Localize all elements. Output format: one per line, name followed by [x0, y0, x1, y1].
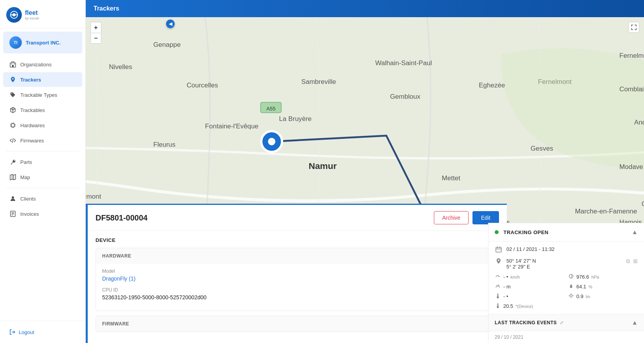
speed-unit: km/h: [511, 275, 520, 279]
zoom-out-button[interactable]: −: [90, 33, 101, 44]
humidity-unit: %: [589, 284, 593, 289]
svg-point-41: [268, 138, 275, 145]
svg-text:Namur: Namur: [309, 161, 337, 171]
tracker-id: DF5801-00004: [96, 213, 147, 222]
sidebar-item-firmwares[interactable]: Firmwares: [3, 133, 82, 148]
tracking-datetime: 02 / 11 / 2021 - 11:32: [506, 246, 555, 252]
copy-icon[interactable]: ⧉: [626, 258, 630, 265]
svg-text:Eghezée: Eghezée: [479, 82, 505, 89]
archive-button[interactable]: Archive: [434, 211, 469, 224]
svg-text:Fleurus: Fleurus: [153, 141, 175, 148]
metric-humidity: 64.1 %: [568, 283, 638, 290]
pressure-unit: hPa: [591, 275, 599, 279]
svg-text:Fernelmont: Fernelmont: [619, 52, 644, 59]
svg-text:Gembloux: Gembloux: [390, 93, 421, 100]
sidebar-item-label-firmwares: Firmwares: [20, 138, 44, 144]
sidebar-item-label-trackable-types: Trackable Types: [20, 92, 57, 98]
hardware-title: HARDWARE: [102, 253, 131, 259]
map-expand-button[interactable]: [628, 22, 639, 33]
tracking-datetime-row: 02 / 11 / 2021 - 11:32: [495, 246, 638, 254]
tracking-status-label: TRACKING OPEN: [503, 229, 548, 235]
sidebar-item-parts[interactable]: Parts: [3, 155, 82, 169]
temp-ext-value: - •: [503, 293, 508, 299]
humidity-value: 64.1: [577, 284, 586, 290]
hardware-header[interactable]: HARDWARE ▲: [96, 248, 499, 264]
sidebar-collapse-button[interactable]: ◀: [166, 20, 175, 28]
sidebar-item-map[interactable]: Map: [3, 170, 82, 185]
sidebar-footer: Logout: [0, 321, 85, 343]
map-container[interactable]: Charleroi Namur La Louvière Mons Philipp…: [86, 17, 644, 343]
temp-device-label: *(Device): [515, 304, 533, 309]
svg-rect-125: [497, 304, 498, 306]
wrench-icon: [9, 158, 16, 165]
org-selector[interactable]: TI Transport INC.: [3, 32, 82, 53]
external-link-icon: ⤢: [560, 320, 564, 325]
cpu-id-value: 52363120-1950-5000-8000-525720002d00: [102, 294, 492, 300]
tracking-status-header[interactable]: TRACKING OPEN ▲: [488, 223, 644, 242]
sidebar-item-trackable-types[interactable]: Trackable Types: [3, 87, 82, 102]
svg-text:Courcelles: Courcelles: [187, 82, 218, 89]
sidebar-item-trackables[interactable]: Trackables: [3, 103, 82, 117]
svg-text:Comblain-au-Pont: Comblain-au-Pont: [619, 85, 644, 93]
tracker-detail-panel: DF5801-00004 Archive Edit DEVICE HARDWAR…: [86, 204, 507, 343]
person-icon: [9, 195, 16, 202]
sidebar-item-invoices[interactable]: Invoices: [3, 206, 82, 221]
temp-device-value: 20.5: [503, 303, 513, 309]
light-unit: lm: [586, 294, 591, 299]
sidebar-item-trackers[interactable]: Trackers: [3, 72, 82, 87]
svg-line-17: [12, 138, 13, 143]
svg-text:Mettet: Mettet: [442, 174, 460, 182]
model-field: Model DragonFly (1): [102, 268, 492, 282]
metric-altitude: - m: [495, 283, 565, 290]
svg-rect-112: [496, 247, 501, 252]
tracking-body: 02 / 11 / 2021 - 11:32 50° 14' 27" N 5° …: [488, 242, 644, 314]
tracking-lng: 5° 2' 29" E: [506, 264, 536, 270]
invoice-icon: [9, 210, 16, 217]
nav-divider-2: [6, 188, 79, 188]
svg-text:Nivelles: Nivelles: [109, 63, 132, 71]
map-zoom-controls: + −: [90, 22, 101, 44]
sidebar-item-hardwares[interactable]: Hardwares: [3, 118, 82, 133]
tracking-collapse-icon: ▲: [632, 229, 638, 236]
sidebar-item-clients[interactable]: Clients: [3, 191, 82, 206]
svg-rect-5: [12, 65, 14, 67]
tracking-panel: TRACKING OPEN ▲ 02 / 11 / 2021 - 11:32: [488, 223, 644, 343]
tracking-location-row: 50° 14' 27" N 5° 2' 29" E ⧉ ⊞: [495, 258, 638, 270]
code-icon: [9, 137, 16, 144]
expand-map-icon[interactable]: ⊞: [633, 258, 638, 265]
tracker-actions: Archive Edit: [434, 211, 499, 224]
tracking-lat: 50° 14' 27" N: [506, 258, 536, 264]
sidebar-item-organizations[interactable]: Organizations: [3, 57, 82, 72]
last-events-label: LAST TRACKING EVENTS: [495, 320, 557, 325]
last-events-header[interactable]: LAST TRACKING EVENTS ⤢ ▲: [488, 314, 644, 331]
svg-text:Walhain-Saint-Paul: Walhain-Saint-Paul: [375, 59, 432, 67]
firmware-header[interactable]: FIRMWARE ▲: [96, 316, 499, 332]
logout-button[interactable]: Logout: [6, 326, 79, 338]
sidebar-item-label-trackers: Trackers: [20, 77, 41, 83]
svg-rect-118: [497, 294, 498, 297]
svg-point-120: [570, 295, 572, 297]
temp-device-icon: [495, 303, 501, 309]
svg-rect-7: [14, 64, 15, 64]
device-section-title: DEVICE: [96, 237, 499, 243]
svg-point-117: [569, 274, 573, 278]
logout-label: Logout: [19, 329, 34, 335]
nav-divider-1: [6, 151, 79, 151]
firmware-section: FIRMWARE ▲: [96, 316, 499, 332]
metric-temp-device: 20.5 *(Device): [495, 303, 638, 309]
speed-value: - •: [503, 274, 508, 280]
svg-text:Clavier: Clavier: [642, 200, 644, 208]
svg-text:La Bruyère: La Bruyère: [279, 115, 311, 123]
tag-icon: [9, 91, 16, 98]
org-name: Transport INC.: [26, 40, 61, 46]
svg-rect-6: [11, 64, 12, 64]
zoom-in-button[interactable]: +: [90, 22, 101, 33]
org-avatar: TI: [9, 36, 22, 49]
model-label: Model: [102, 268, 492, 274]
main-content: ◀ Trackers: [86, 0, 644, 343]
sidebar-item-label-organizations: Organizations: [20, 62, 51, 68]
svg-text:Marche-en-Famenne: Marche-en-Famenne: [575, 208, 637, 215]
chip-icon: [9, 122, 16, 129]
edit-button[interactable]: Edit: [472, 211, 499, 224]
model-value[interactable]: DragonFly (1): [102, 275, 492, 282]
